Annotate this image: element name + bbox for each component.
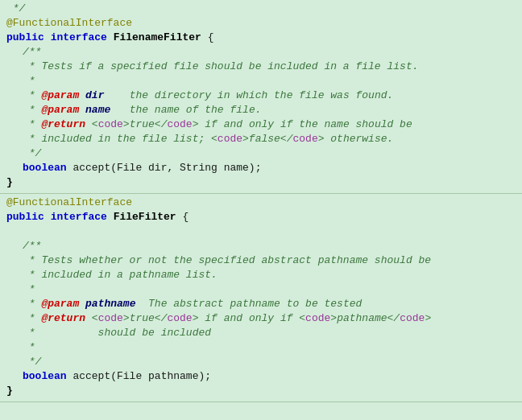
line-comment-close-prev: */: [0, 2, 522, 16]
param-name-desc: the name of the file.: [110, 103, 261, 117]
line-empty1: [0, 224, 522, 239]
return-tag2: @return: [41, 311, 85, 326]
param-name-dir: dir: [85, 89, 104, 103]
line-javadoc-param-name: * @param name the name of the file.: [0, 103, 522, 117]
return-tag1: @return: [41, 117, 85, 132]
line-javadoc-return2: * @return <code>true</code> if and only …: [0, 311, 522, 326]
line-javadoc-empty1: *: [0, 74, 522, 89]
return-gt: >: [425, 311, 431, 326]
line-javadoc-return-cont1: * included in the file list; <code>false…: [0, 132, 522, 146]
line-javadoc-desc2a: * Tests whether or not the specified abs…: [0, 253, 522, 268]
space-param1: [79, 89, 85, 103]
return-true2: >true</: [123, 311, 168, 326]
line-interface-decl1: public interface FilenameFilter {: [0, 31, 522, 45]
classname-filefilter: FileFilter: [114, 210, 176, 224]
param-pathname-desc: The abstract pathname to be tested: [135, 297, 362, 311]
code-tag-open1: code: [98, 117, 123, 132]
javadoc-close1: */: [23, 146, 41, 161]
line-brace-close1: }: [0, 175, 522, 190]
return-pre2: <: [85, 311, 98, 326]
line-javadoc-close1: */: [0, 146, 522, 161]
javadoc-empty2: *: [23, 282, 35, 297]
code-tag-false-close1: code: [292, 132, 317, 146]
param-name-pathname: pathname: [85, 297, 135, 311]
javadoc-star1: *: [23, 89, 41, 103]
brace-close1: }: [6, 175, 13, 190]
line-javadoc-open2: /**: [0, 239, 522, 253]
keyword-interface2: interface: [51, 210, 107, 224]
code-tag-close1: code: [167, 117, 192, 132]
method-accept2: accept(File pathname);: [67, 369, 211, 384]
code-tag-pathname-close: code: [400, 311, 425, 326]
line-method-accept2: boolean accept(File pathname);: [0, 369, 522, 384]
javadoc-close2: */: [23, 355, 41, 369]
line-javadoc-empty2: *: [0, 282, 522, 297]
line-javadoc-param-pathname: * @param pathname The abstract pathname …: [0, 297, 522, 311]
return-post2: > if and only if <: [193, 311, 305, 326]
javadoc-desc1: * Tests if a specified file should be in…: [23, 60, 418, 74]
annotation-functional1: @FunctionalInterface: [6, 16, 132, 31]
code-tag-pathname: code: [305, 311, 330, 326]
classname-filenamefilter: FilenameFilter: [114, 31, 201, 45]
line-annotation2: @FunctionalInterface: [0, 196, 522, 210]
line-brace-close2: }: [0, 384, 522, 398]
code-tag-false1: code: [218, 132, 242, 146]
code-tag-close2: code: [167, 311, 192, 326]
keyword-interface1: interface: [51, 31, 107, 45]
line-javadoc-open1: /**: [0, 45, 522, 60]
annotation-functional2: @FunctionalInterface: [6, 196, 132, 210]
return-true1: >true</: [123, 117, 168, 132]
return-post1: > if and only if the name should be: [193, 117, 412, 132]
javadoc-star2: *: [23, 103, 41, 117]
line-javadoc-return-cont2: * should be included: [0, 326, 522, 340]
brace-open1: {: [201, 31, 214, 45]
line-annotation1: @FunctionalInterface: [0, 16, 522, 31]
param-tag-dir: @param: [41, 89, 79, 103]
brace-close2: }: [6, 384, 13, 398]
space3: [44, 210, 51, 224]
param-dir-desc: the directory in which the file was foun…: [104, 89, 393, 103]
line-javadoc-return1: * @return <code>true</code> if and only …: [0, 117, 522, 132]
space-param3: [79, 297, 85, 311]
space4: [107, 210, 114, 224]
javadoc-empty1: *: [23, 74, 35, 89]
brace-open2: {: [176, 210, 189, 224]
javadoc-star3: *: [23, 117, 41, 132]
param-tag-pathname: @param: [41, 297, 79, 311]
space1: [44, 31, 51, 45]
javadoc-open2: /**: [23, 239, 41, 253]
comment-text: */: [6, 2, 25, 16]
return-otherwise1: > otherwise.: [318, 132, 394, 146]
method-accept1: accept(File dir, String name);: [67, 161, 262, 175]
return-pathname: >pathname</: [330, 311, 400, 326]
param-tag-name: @param: [41, 103, 79, 117]
javadoc-star4: * included in the file list; <: [23, 132, 218, 146]
space2: [107, 31, 114, 45]
keyword-boolean1: boolean: [23, 161, 67, 175]
keyword-boolean2: boolean: [23, 369, 67, 384]
keyword-public2: public: [6, 210, 44, 224]
keyword-public1: public: [6, 31, 44, 45]
code-container: */ @FunctionalInterface public interface…: [0, 0, 522, 402]
section-filefilter: @FunctionalInterface public interface Fi…: [0, 194, 522, 402]
line-javadoc-close2: */: [0, 355, 522, 369]
line-interface-decl2: public interface FileFilter {: [0, 210, 522, 224]
section-filenamefilter: */ @FunctionalInterface public interface…: [0, 0, 522, 194]
javadoc-open1: /**: [23, 45, 41, 60]
line-method-accept1: boolean accept(File dir, String name);: [0, 161, 522, 175]
javadoc-star7: * should be included: [23, 326, 211, 340]
space-param2: [79, 103, 85, 117]
line-javadoc-param-dir: * @param dir the directory in which the …: [0, 89, 522, 103]
javadoc-desc2b: * included in a pathname list.: [23, 268, 218, 282]
return-pre1: <: [85, 117, 98, 132]
return-false1: >false</: [242, 132, 292, 146]
line-javadoc-desc1: * Tests if a specified file should be in…: [0, 60, 522, 74]
param-name-name: name: [85, 103, 110, 117]
line-javadoc-empty3: *: [0, 340, 522, 355]
code-tag-open2: code: [98, 311, 123, 326]
javadoc-desc2a: * Tests whether or not the specified abs…: [23, 253, 431, 268]
line-javadoc-desc2b: * included in a pathname list.: [0, 268, 522, 282]
javadoc-empty3: *: [23, 340, 35, 355]
javadoc-star5: *: [23, 297, 41, 311]
javadoc-star6: *: [23, 311, 41, 326]
